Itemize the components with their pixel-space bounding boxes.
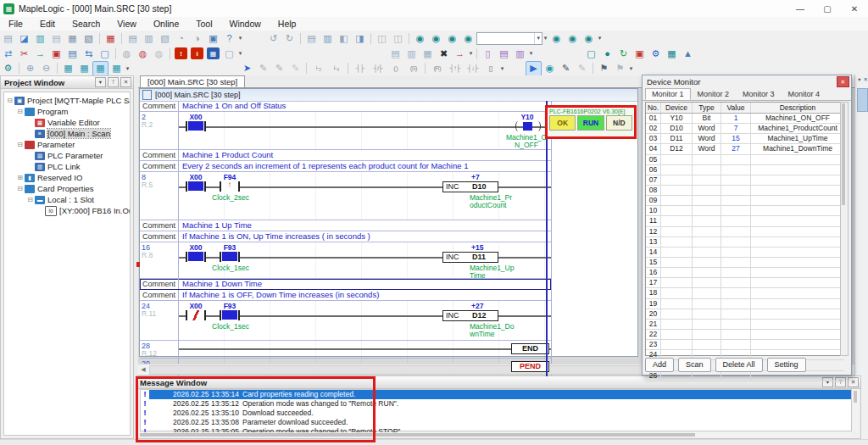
redo-icon[interactable]: ↻ <box>281 31 298 46</box>
config-icon[interactable]: ▦ <box>207 47 220 59</box>
device-monitor-row[interactable]: 23 <box>646 340 844 350</box>
tree-expander-icon[interactable]: ⊟ <box>6 97 14 104</box>
toolbar-overflow-icon[interactable]: ▾ <box>528 50 534 57</box>
save-project-icon[interactable]: ▥ <box>32 31 48 46</box>
device-monitor-row[interactable]: 12 <box>646 227 844 237</box>
edge-down-icon[interactable]: ┤↓├ <box>464 61 481 76</box>
tools-icon[interactable]: ✖ <box>436 46 452 61</box>
plc-verify-icon[interactable]: ◉ <box>444 31 460 46</box>
menu-file[interactable]: File <box>0 17 31 31</box>
tree-expander-icon[interactable]: ⊞ <box>16 174 24 181</box>
message-vertical-scrollbar[interactable] <box>853 389 859 431</box>
device-release-icon[interactable]: ⚑ <box>612 61 628 76</box>
tree-item-variable-editor[interactable]: ▦Variable Editor <box>4 117 130 128</box>
grid-view-3-icon[interactable]: ▦ <box>92 61 108 76</box>
import-source-icon[interactable]: ▧ <box>157 31 173 46</box>
alarm-icon[interactable]: ▣ <box>632 46 648 61</box>
tab-monitor-2[interactable]: Monitor 2 <box>691 88 737 100</box>
scan-button[interactable]: Scan <box>678 358 711 372</box>
toolbar-overflow-icon[interactable]: ▾ <box>499 65 505 72</box>
trash-icon[interactable]: ▯ <box>480 46 496 61</box>
grid-view-2-icon[interactable]: ▦ <box>76 61 92 76</box>
coil-reset-icon[interactable]: (R) <box>428 61 446 76</box>
zoom-out-icon[interactable]: ⊖ <box>38 61 54 76</box>
editor-tab[interactable]: [000] Main.SRC [30 step] <box>140 75 245 87</box>
monitor-write-icon[interactable]: ◉ <box>542 61 558 76</box>
goto-icon[interactable]: → <box>32 46 48 61</box>
scroll-left-icon[interactable]: ◀ <box>138 364 148 374</box>
plc-run-icon[interactable]: ◉ <box>548 31 565 46</box>
plc-monitor-icon[interactable]: ◉ <box>460 31 476 46</box>
menu-tool[interactable]: Tool <box>187 17 220 31</box>
open-source-icon[interactable]: ▤ <box>125 31 141 46</box>
device-monitor-row[interactable]: 08 <box>646 186 844 196</box>
tree-item-plc-link[interactable]: ▥PLC Link <box>4 161 130 172</box>
redirect-icon[interactable]: → <box>452 46 468 61</box>
toolbar-overflow-icon[interactable]: ▾ <box>628 65 634 72</box>
variable-table-icon[interactable]: ▦ <box>103 31 119 46</box>
tree-item-plc-parameter[interactable]: ▤PLC Parameter <box>4 150 130 161</box>
end-instruction[interactable]: END <box>511 343 549 354</box>
message-horizontal-scrollbar[interactable] <box>140 432 852 437</box>
undo-icon[interactable]: ↺ <box>265 31 281 46</box>
device-monitor-row[interactable]: 13 <box>646 237 844 248</box>
copy-page-icon[interactable]: ▤ <box>303 31 320 46</box>
device-monitor-row[interactable]: 02D10Word7Machine1_ProductCount <box>646 124 844 134</box>
paste-page-icon[interactable]: ▥ <box>320 31 336 46</box>
copy-source-icon[interactable]: ▥ <box>141 31 157 46</box>
grid-view-1-icon[interactable]: ▦ <box>60 61 76 76</box>
tab-monitor-1[interactable]: Monitor 1 <box>645 88 691 100</box>
monitor-config-icon[interactable]: ▢ <box>221 46 237 61</box>
maximize-button[interactable]: ▢ <box>814 1 841 17</box>
grid-view-4-icon[interactable]: ▦ <box>108 61 125 76</box>
calc-icon[interactable]: ▦ <box>664 46 680 61</box>
next-doc-icon[interactable]: ◨ <box>352 31 368 46</box>
toolbar-overflow-icon[interactable]: ▾ <box>597 35 603 42</box>
menu-window[interactable]: Window <box>221 17 270 31</box>
force-clear-icon[interactable]: ◍ <box>151 46 167 61</box>
device-monitor-row[interactable]: 11 <box>646 216 844 226</box>
device-monitor-row[interactable]: 04D12Word27Machine1_DownTime <box>646 144 844 154</box>
edit-comment-icon[interactable]: ✎ <box>255 61 271 76</box>
tree-item-reserved-io[interactable]: ⊞▮Reserved IO <box>4 172 130 183</box>
plc-read-icon[interactable]: ◉ <box>412 31 428 46</box>
message-row[interactable]: !2026.02.25 13:35:14Card properties read… <box>141 390 851 399</box>
toolbar-overflow-icon[interactable]: ▾ <box>237 35 243 42</box>
build-icon[interactable]: ▣ <box>48 46 64 61</box>
strip-close-icon[interactable]: ✕ <box>864 76 868 83</box>
clipboard-icon[interactable]: ▤ <box>496 46 512 61</box>
save-icon[interactable]: ▦ <box>64 31 81 46</box>
device-monitor-scrollbar[interactable] <box>840 102 849 356</box>
info-icon[interactable]: i <box>191 47 203 59</box>
docked-tab-block[interactable] <box>857 88 868 112</box>
edge-up-icon[interactable]: ┤↑├ <box>446 61 464 76</box>
security-icon[interactable]: ! <box>175 47 187 59</box>
monitor-run-icon[interactable]: ▶ <box>526 61 542 76</box>
compare-param-icon[interactable]: ◫ <box>390 31 406 46</box>
tree-expander-icon[interactable]: ⊟ <box>16 185 24 192</box>
tree-item-xy-000-fb16-in-output-3[interactable]: io[XY:000] FB16 In.Output_3 <box>4 205 130 216</box>
tree-item-program[interactable]: ⊟Program <box>4 106 130 117</box>
menu-view[interactable]: View <box>108 17 145 31</box>
ladder-comment-row[interactable]: CommentMachine 1 Product Count <box>140 150 551 161</box>
device-monitor-row[interactable]: 22 <box>646 330 844 340</box>
eco-icon[interactable]: ● <box>599 46 615 61</box>
strip-menu-icon[interactable]: ▾ <box>858 76 860 83</box>
device-monitor-row[interactable]: 18 <box>646 288 844 298</box>
ladder-rung[interactable]: 2R.2X00Y10Machine1_ON_OFF <box>140 112 551 150</box>
ladder-comment-row[interactable]: CommentIf Machine 1 is ON, Up Time incre… <box>140 231 551 242</box>
ladder-comment-row[interactable]: CommentMachine 1 On and Off Status <box>140 101 551 112</box>
ladder-comment-row[interactable]: CommentEvery 2 seconds an increment of 1… <box>140 161 551 172</box>
tree-item-parameter[interactable]: ⊟Parameter <box>4 139 130 150</box>
new-project-icon[interactable]: ▤ <box>0 31 16 46</box>
refresh-icon[interactable]: ↻ <box>615 46 632 61</box>
menu-search[interactable]: Search <box>64 17 108 31</box>
tree-expander-icon[interactable]: ⊟ <box>16 108 24 115</box>
force-on-icon[interactable]: ◍ <box>119 46 135 61</box>
msg-close-icon[interactable]: ✕ <box>848 377 859 387</box>
delete-all-button[interactable]: Delete All <box>715 358 763 372</box>
prev-doc-icon[interactable]: ◧ <box>336 31 352 46</box>
device-monitor-row[interactable]: 10 <box>646 206 844 216</box>
message-row[interactable]: !2026.02.25 13:35:12Operation mode was c… <box>141 399 851 409</box>
edit-rung-icon[interactable]: ✎ <box>271 61 287 76</box>
